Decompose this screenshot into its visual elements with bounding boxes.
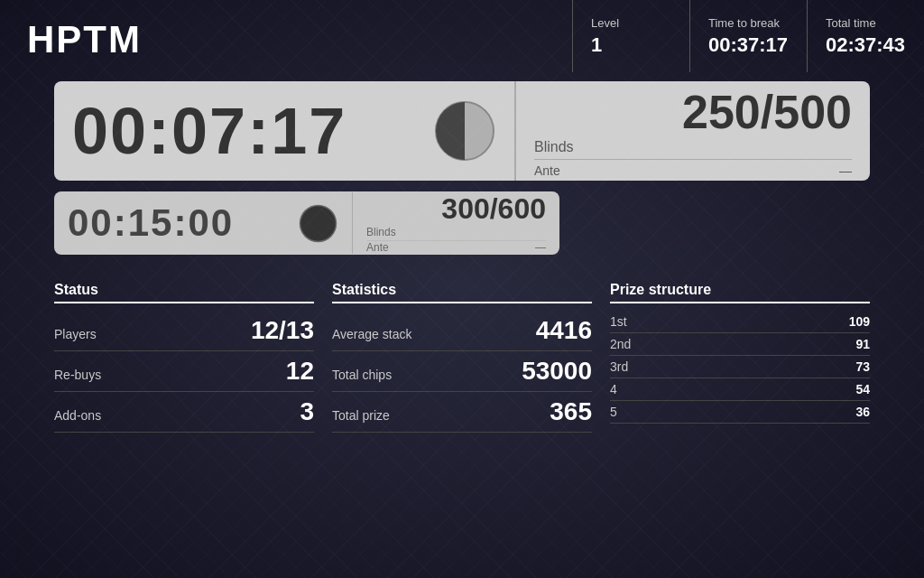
current-ante-label: Ante (534, 163, 560, 178)
stats-prize-label: Total prize (332, 408, 390, 423)
next-blinds-value: 300/600 (366, 192, 546, 226)
current-ante-row: Ante — (534, 163, 852, 178)
stats-chips-value: 53000 (522, 357, 592, 386)
status-block: Status Players 12/13 Re-buys 12 Add-ons … (54, 282, 314, 433)
header: HPTM Level 1 Time to break 00:37:17 Tota… (0, 0, 924, 72)
prize-structure-block: Prize structure 1st 109 2nd 91 3rd 73 4 … (610, 282, 870, 433)
stats-avg-label: Average stack (332, 327, 411, 341)
stats-section: Status Players 12/13 Re-buys 12 Add-ons … (0, 282, 924, 433)
stats-row-prize: Total prize 365 (332, 392, 592, 433)
next-ante-label: Ante (366, 241, 389, 254)
total-time-label: Total time (826, 16, 906, 30)
time-to-break-block: Time to break 00:37:17 (689, 0, 807, 72)
stats-row-chips: Total chips 53000 (332, 351, 592, 392)
prize-row-2nd: 2nd 91 (610, 333, 870, 356)
time-to-break-label: Time to break (708, 16, 789, 30)
next-blinds-label: Blinds (366, 226, 546, 241)
statistics-title: Statistics (332, 282, 592, 303)
status-addons-label: Add-ons (54, 408, 101, 423)
statistics-block: Statistics Average stack 4416 Total chip… (332, 282, 592, 433)
prize-title: Prize structure (610, 282, 870, 303)
level-block: Level 1 (572, 0, 689, 72)
prize-3rd-label: 3rd (610, 359, 628, 374)
prize-4th-label: 4 (610, 382, 617, 396)
current-blinds-label: Blinds (534, 139, 852, 160)
current-timer-time: 00:07:17 (72, 94, 415, 168)
prize-2nd-label: 2nd (610, 337, 631, 351)
stats-prize-value: 365 (550, 397, 592, 426)
total-time-block: Total time 02:37:43 (807, 0, 924, 72)
status-addons-value: 3 (300, 397, 314, 426)
status-row-rebuys: Re-buys 12 (54, 351, 314, 392)
status-rebuys-value: 12 (286, 357, 314, 386)
status-rebuys-label: Re-buys (54, 368, 101, 382)
time-to-break-value: 00:37:17 (708, 33, 789, 57)
svg-point-1 (300, 205, 337, 241)
next-timer-pie (298, 203, 338, 244)
prize-row-3rd: 3rd 73 (610, 356, 870, 378)
main-content: 00:07:17 250/500 Blinds Ante — 00:15:00 … (0, 72, 924, 282)
current-ante-value: — (839, 163, 852, 178)
current-timer-card: 00:07:17 250/500 Blinds Ante — (54, 81, 870, 181)
prize-4th-value: 54 (855, 382, 870, 396)
prize-1st-value: 109 (849, 314, 870, 329)
total-time-value: 02:37:43 (826, 33, 906, 57)
status-row-players: Players 12/13 (54, 311, 314, 351)
stats-chips-label: Total chips (332, 368, 392, 382)
next-timer-card: 00:15:00 300/600 Blinds Ante — (54, 191, 559, 255)
prize-2nd-value: 91 (855, 337, 870, 351)
prize-row-5th: 5 36 (610, 401, 870, 424)
current-blinds-value: 250/500 (534, 85, 852, 139)
next-timer-time: 00:15:00 (68, 201, 284, 245)
level-label: Level (591, 16, 671, 30)
prize-3rd-value: 73 (855, 359, 870, 374)
prize-row-1st: 1st 109 (610, 311, 870, 333)
current-timer-blinds: 250/500 Blinds Ante — (514, 81, 852, 181)
stats-row-avg: Average stack 4416 (332, 311, 592, 351)
next-ante-row: Ante — (366, 241, 546, 254)
prize-5th-value: 36 (855, 405, 870, 419)
header-info: Level 1 Time to break 00:37:17 Total tim… (572, 0, 924, 72)
prize-1st-label: 1st (610, 314, 627, 329)
prize-5th-label: 5 (610, 405, 617, 419)
status-players-label: Players (54, 327, 97, 341)
stats-avg-value: 4416 (536, 316, 592, 345)
level-value: 1 (591, 33, 671, 57)
status-title: Status (54, 282, 314, 303)
status-row-addons: Add-ons 3 (54, 392, 314, 433)
status-players-value: 12/13 (251, 316, 314, 345)
current-timer-pie (433, 99, 496, 163)
next-ante-value: — (535, 241, 546, 254)
prize-row-4th: 4 54 (610, 378, 870, 401)
logo: HPTM (0, 0, 169, 72)
next-timer-blinds: 300/600 Blinds Ante — (352, 192, 546, 254)
